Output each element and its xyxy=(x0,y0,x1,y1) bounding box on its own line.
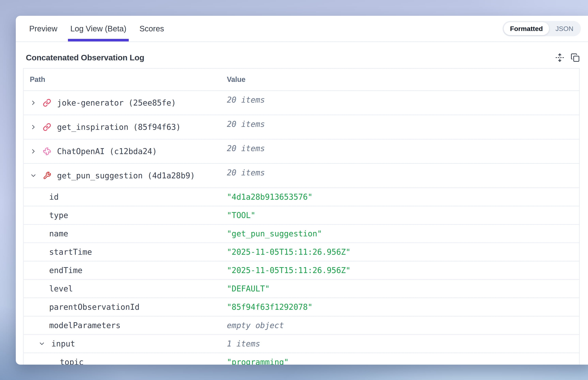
table-row[interactable]: get_inspiration (85f94f63) 20 items xyxy=(24,115,579,139)
column-header-path: Path xyxy=(24,75,227,84)
chevron-right-icon[interactable] xyxy=(30,99,37,106)
row-value-cell: "2025-11-05T15:11:26.956Z" xyxy=(227,243,579,261)
row-value-cell: "TOOL" xyxy=(227,206,579,224)
page-title: Concatenated Observation Log xyxy=(26,53,144,62)
tab-log-view[interactable]: Log View (Beta) xyxy=(69,16,127,41)
wrench-icon xyxy=(43,171,51,180)
row-value: "2025-11-05T15:11:26.956Z" xyxy=(227,266,350,275)
row-path-cell: get_pun_suggestion (4d1a28b9) xyxy=(24,164,227,188)
row-value: "DEFAULT" xyxy=(227,284,270,293)
row-value-cell: "4d1a28b913653576" xyxy=(227,188,579,206)
row-value-cell: 20 items xyxy=(227,164,579,188)
table-row: parentObservationId "85f94f63f1292078" xyxy=(24,298,579,317)
panel-header: Concatenated Observation Log xyxy=(26,53,580,62)
table-row: topic "programming" xyxy=(24,353,579,365)
table-row: level "DEFAULT" xyxy=(24,280,579,298)
row-value-cell: empty object xyxy=(227,317,579,334)
table-row: name "get_pun_suggestion" xyxy=(24,225,579,243)
copy-icon xyxy=(571,53,580,62)
row-key: input xyxy=(51,339,75,348)
copy-button[interactable] xyxy=(570,53,580,62)
toggle-option-json[interactable]: JSON xyxy=(549,22,580,35)
row-value-cell: "get_pun_suggestion" xyxy=(227,225,579,243)
row-key: modelParameters xyxy=(49,321,121,330)
toggle-option-formatted[interactable]: Formatted xyxy=(504,22,549,35)
row-value: 20 items xyxy=(227,95,265,104)
link-icon xyxy=(43,99,51,107)
row-path-cell: type xyxy=(24,206,227,224)
table-body: joke-generator (25ee85fe) 20 items get_i… xyxy=(24,91,579,365)
tab-preview[interactable]: Preview xyxy=(28,16,58,41)
row-key: joke-generator (25ee85fe) xyxy=(57,98,176,107)
row-value: "85f94f63f1292078" xyxy=(227,303,312,312)
table-row: endTime "2025-11-05T15:11:26.956Z" xyxy=(24,261,579,280)
table-row: id "4d1a28b913653576" xyxy=(24,188,579,206)
row-value: "programming" xyxy=(227,358,289,365)
row-path-cell: get_inspiration (85f94f63) xyxy=(24,115,227,139)
row-key: startTime xyxy=(49,247,92,256)
row-value: "get_pun_suggestion" xyxy=(227,229,322,238)
row-path-cell: level xyxy=(24,280,227,298)
table-row[interactable]: input 1 items xyxy=(24,335,579,353)
row-value: 20 items xyxy=(227,144,265,153)
row-key: get_pun_suggestion (4d1a28b9) xyxy=(57,171,195,180)
chevron-right-icon[interactable] xyxy=(30,148,37,155)
main-card: Preview Log View (Beta) Scores Formatted… xyxy=(16,16,588,365)
table-row: type "TOOL" xyxy=(24,206,579,225)
row-path-cell: name xyxy=(24,225,227,243)
row-key: parentObservationId xyxy=(49,303,140,312)
table-row[interactable]: joke-generator (25ee85fe) 20 items xyxy=(24,91,579,115)
row-path-cell: modelParameters xyxy=(24,317,227,334)
fan-icon xyxy=(43,147,51,155)
row-key: ChatOpenAI (c12bda24) xyxy=(57,147,157,156)
row-value: empty object xyxy=(227,321,284,330)
observation-log-table: Path Value joke-generator (25ee85fe) 20 … xyxy=(23,68,580,365)
row-value-cell: 20 items xyxy=(227,91,579,115)
row-value-cell: "85f94f63f1292078" xyxy=(227,298,579,316)
tab-bar: Preview Log View (Beta) Scores Formatted… xyxy=(16,16,588,42)
row-path-cell: parentObservationId xyxy=(24,298,227,316)
chevron-right-icon[interactable] xyxy=(30,124,37,131)
row-key: name xyxy=(49,229,68,238)
row-key: type xyxy=(49,211,68,220)
column-header-value: Value xyxy=(227,75,579,84)
tabs: Preview Log View (Beta) Scores xyxy=(28,16,165,41)
row-value-cell: "2025-11-05T15:11:26.956Z" xyxy=(227,261,579,279)
row-path-cell: topic xyxy=(24,353,227,365)
unfold-vertical-button[interactable] xyxy=(555,53,565,62)
chevron-down-icon[interactable] xyxy=(38,340,45,347)
row-value: 1 items xyxy=(227,339,260,348)
row-value-cell: 1 items xyxy=(227,335,579,353)
row-key: endTime xyxy=(49,266,82,275)
row-value: "TOOL" xyxy=(227,211,256,220)
chevron-down-icon[interactable] xyxy=(30,172,37,179)
row-key: level xyxy=(49,284,73,293)
row-value-cell: "programming" xyxy=(227,353,579,365)
table-row: startTime "2025-11-05T15:11:26.956Z" xyxy=(24,243,579,261)
row-value-cell: 20 items xyxy=(227,139,579,163)
unfold-vertical-icon xyxy=(555,53,564,62)
row-key: get_inspiration (85f94f63) xyxy=(57,123,181,132)
format-toggle: Formatted JSON xyxy=(503,21,581,36)
row-value: "2025-11-05T15:11:26.956Z" xyxy=(227,247,350,256)
table-row: modelParameters empty object xyxy=(24,317,579,335)
row-value: 20 items xyxy=(227,168,265,177)
row-key: id xyxy=(49,192,59,201)
row-value-cell: 20 items xyxy=(227,115,579,139)
row-path-cell: startTime xyxy=(24,243,227,261)
table-row[interactable]: get_pun_suggestion (4d1a28b9) 20 items xyxy=(24,164,579,188)
tab-scores[interactable]: Scores xyxy=(139,16,165,41)
row-path-cell: joke-generator (25ee85fe) xyxy=(24,91,227,115)
row-path-cell: id xyxy=(24,188,227,206)
table-row[interactable]: ChatOpenAI (c12bda24) 20 items xyxy=(24,139,579,164)
row-key: topic xyxy=(60,358,83,365)
log-toolbar xyxy=(555,53,580,62)
row-path-cell: endTime xyxy=(24,261,227,279)
row-value-cell: "DEFAULT" xyxy=(227,280,579,298)
table-header: Path Value xyxy=(24,69,579,91)
row-value: "4d1a28b913653576" xyxy=(227,192,312,201)
link-icon xyxy=(43,123,51,131)
row-value: 20 items xyxy=(227,120,265,129)
row-path-cell: input xyxy=(24,335,227,353)
row-path-cell: ChatOpenAI (c12bda24) xyxy=(24,139,227,163)
